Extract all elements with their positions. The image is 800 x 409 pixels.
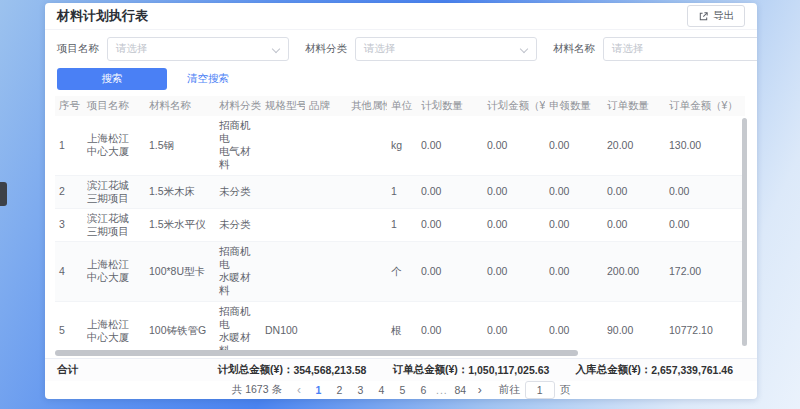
- column-header: 品牌: [305, 96, 347, 116]
- column-header: 申领数量: [545, 96, 603, 116]
- summary-total-value: 1,050,117,025.63: [468, 364, 549, 376]
- table-cell: 130.00: [665, 116, 745, 175]
- table-cell: 1: [387, 208, 417, 241]
- table-cell: 0.00: [545, 208, 603, 241]
- table-cell: 0.00: [417, 175, 483, 208]
- goto-suffix: 页: [560, 383, 571, 397]
- table-row: 2滨江花城三期项目1.5米木床未分类10.000.000.000.000.00: [55, 175, 745, 208]
- clear-search-link[interactable]: 清空搜索: [187, 72, 229, 86]
- card-header: 材料计划执行表 导出: [45, 3, 757, 30]
- page-number-button[interactable]: 2: [331, 382, 348, 399]
- page-number-button[interactable]: 5: [394, 382, 411, 399]
- table-cell: 90.00: [603, 301, 665, 358]
- summary-total-value: 2,657,339,761.46: [651, 364, 733, 376]
- column-header: 计划数量: [417, 96, 483, 116]
- table-row: 4上海松江中心大厦100*8U型卡招商机电 水暖材料个0.000.000.002…: [55, 242, 745, 302]
- export-label: 导出: [713, 9, 734, 23]
- table-cell: 招商机电 电气材料: [215, 116, 261, 175]
- summary-total: 入库总金额(¥)：2,657,339,761.46: [575, 363, 733, 377]
- goto-page-input[interactable]: [525, 381, 555, 399]
- summary-totals: 计划总金额(¥)：354,568,213.58订单总金额(¥)：1,050,11…: [218, 363, 733, 377]
- table-cell: [305, 208, 347, 241]
- prev-page-button[interactable]: ‹: [294, 383, 304, 397]
- chevron-down-icon: [520, 45, 528, 53]
- table-cell: 0.00: [483, 208, 545, 241]
- table-cell: 0.00: [417, 116, 483, 175]
- project-name-select[interactable]: 请选择: [107, 37, 289, 61]
- main-card: 材料计划执行表 导出 项目名称 请选择 材料分类 请选择: [45, 3, 757, 399]
- table-cell: 未分类: [215, 208, 261, 241]
- table-cell: [261, 116, 305, 175]
- column-header: 订单数量: [603, 96, 665, 116]
- summary-total: 计划总金额(¥)：354,568,213.58: [218, 363, 367, 377]
- table-cell: 1.5钢: [145, 116, 215, 175]
- column-header: 材料分类: [215, 96, 261, 116]
- summary-total-label: 入库总金额(¥)：: [575, 363, 651, 377]
- table-cell: 0.00: [483, 116, 545, 175]
- sidebar-collapse-handle[interactable]: [0, 182, 7, 206]
- next-page-button[interactable]: ›: [475, 383, 485, 397]
- table-cell: [347, 208, 387, 241]
- column-header: 规格型号: [261, 96, 305, 116]
- table-cell: 未分类: [215, 175, 261, 208]
- table-cell: [305, 175, 347, 208]
- page-number-button[interactable]: 84: [452, 382, 469, 399]
- page-number-button[interactable]: 6: [415, 382, 432, 399]
- table-container: 序号项目名称材料名称材料分类规格型号品牌其他属性单位计划数量计划金额（¥）申领数…: [55, 96, 747, 358]
- table-cell: 上海松江中心大厦: [83, 116, 145, 175]
- page-number-button[interactable]: 4: [373, 382, 390, 399]
- material-name-placeholder: 请选择: [612, 42, 644, 56]
- table-cell: 0.00: [417, 242, 483, 302]
- column-header: 序号: [55, 96, 83, 116]
- table-cell: 招商机电 水暖材料: [215, 242, 261, 302]
- filter-material-category: 材料分类 请选择: [305, 37, 537, 61]
- page-number-button[interactable]: 1: [310, 382, 327, 399]
- summary-total-value: 354,568,213.58: [293, 364, 366, 376]
- column-header: 单位: [387, 96, 417, 116]
- table-cell: [347, 116, 387, 175]
- export-button[interactable]: 导出: [687, 5, 745, 27]
- summary-label: 合计: [57, 363, 78, 377]
- vertical-scrollbar[interactable]: [742, 118, 747, 346]
- table-cell: 0.00: [665, 208, 745, 241]
- page-ellipsis: ...: [436, 384, 448, 396]
- table-cell: 0.00: [417, 208, 483, 241]
- table-body: 1上海松江中心大厦1.5钢招商机电 电气材料kg0.000.000.0020.0…: [55, 116, 745, 358]
- material-category-select[interactable]: 请选择: [355, 37, 537, 61]
- summary-row: 合计 计划总金额(¥)：354,568,213.58订单总金额(¥)：1,050…: [45, 358, 757, 381]
- table-row: 1上海松江中心大厦1.5钢招商机电 电气材料kg0.000.000.0020.0…: [55, 116, 745, 175]
- search-button[interactable]: 搜索: [57, 68, 167, 90]
- page-title: 材料计划执行表: [57, 7, 148, 25]
- table-cell: 0.00: [665, 175, 745, 208]
- table-cell: 0.00: [603, 175, 665, 208]
- table-cell: 0.00: [545, 116, 603, 175]
- material-category-placeholder: 请选择: [364, 42, 396, 56]
- table-cell: 4: [55, 242, 83, 302]
- table-cell: 0.00: [483, 175, 545, 208]
- table-cell: 20.00: [603, 116, 665, 175]
- table-cell: 100*8U型卡: [145, 242, 215, 302]
- column-header: 项目名称: [83, 96, 145, 116]
- table-cell: 10772.10: [665, 301, 745, 358]
- total-count: 共 1673 条: [232, 383, 282, 397]
- table-cell: 200.00: [603, 242, 665, 302]
- table-cell: 滨江花城三期项目: [83, 175, 145, 208]
- goto-page: 前往 页: [499, 381, 571, 399]
- column-header: 材料名称: [145, 96, 215, 116]
- table-cell: 1.5米水平仪: [145, 208, 215, 241]
- horizontal-scrollbar[interactable]: [55, 350, 578, 356]
- page-number-button[interactable]: 3: [352, 382, 369, 399]
- table-cell: 0.00: [545, 175, 603, 208]
- table-cell: 滨江花城三期项目: [83, 208, 145, 241]
- summary-total-label: 计划总金额(¥)：: [218, 363, 294, 377]
- table-cell: 0.00: [603, 208, 665, 241]
- table-cell: [261, 242, 305, 302]
- action-row: 搜索 清空搜索: [45, 61, 757, 96]
- chevron-down-icon: [272, 45, 280, 53]
- table-cell: 0.00: [545, 242, 603, 302]
- goto-label: 前往: [499, 383, 520, 397]
- table-row: 3滨江花城三期项目1.5米水平仪未分类10.000.000.000.000.00: [55, 208, 745, 241]
- pagination: 共 1673 条 ‹ 123456...84 › 前往 页: [45, 381, 757, 399]
- table-cell: 1: [387, 175, 417, 208]
- material-name-select[interactable]: 请选择: [603, 37, 757, 61]
